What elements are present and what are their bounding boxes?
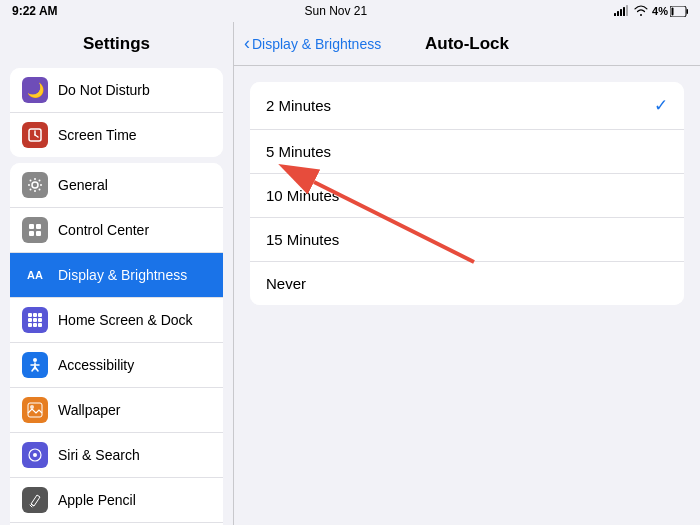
svg-rect-4 — [626, 5, 628, 16]
apple-pencil-label: Apple Pencil — [58, 492, 136, 508]
sidebar-item-accessibility[interactable]: Accessibility — [10, 343, 223, 388]
svg-point-19 — [39, 180, 41, 182]
svg-line-10 — [35, 135, 38, 137]
home-screen-label: Home Screen & Dock — [58, 312, 193, 328]
sidebar-group-2: General Control Center AA Display & Brig… — [10, 163, 223, 525]
option-15min[interactable]: 15 Minutes — [250, 218, 684, 262]
svg-point-15 — [40, 184, 42, 186]
option-10min[interactable]: 10 Minutes — [250, 174, 684, 218]
status-bar: 9:22 AM Sun Nov 21 4% — [0, 0, 700, 22]
option-15min-label: 15 Minutes — [266, 231, 339, 248]
siri-label: Siri & Search — [58, 447, 140, 463]
option-never-label: Never — [266, 275, 306, 292]
svg-rect-6 — [686, 9, 688, 14]
svg-point-33 — [33, 358, 37, 362]
back-chevron-icon: ‹ — [244, 33, 250, 54]
svg-rect-21 — [36, 224, 41, 229]
svg-rect-22 — [29, 231, 34, 236]
svg-point-14 — [28, 184, 30, 186]
sidebar-item-general[interactable]: General — [10, 163, 223, 208]
apple-pencil-icon — [22, 487, 48, 513]
detail-content: 2 Minutes ✓ 5 Minutes 10 Minutes 15 Minu… — [234, 66, 700, 525]
do-not-disturb-icon: 🌙 — [22, 77, 48, 103]
checkmark-2min: ✓ — [654, 95, 668, 116]
sidebar-item-apple-pencil[interactable]: Apple Pencil — [10, 478, 223, 523]
svg-rect-24 — [28, 313, 32, 317]
display-brightness-icon: AA — [22, 262, 48, 288]
control-center-label: Control Center — [58, 222, 149, 238]
wifi-icon — [634, 5, 648, 18]
do-not-disturb-label: Do Not Disturb — [58, 82, 150, 98]
svg-rect-26 — [38, 313, 42, 317]
status-date: Sun Nov 21 — [304, 4, 367, 18]
svg-point-13 — [34, 190, 36, 192]
svg-rect-25 — [33, 313, 37, 317]
svg-point-37 — [33, 453, 37, 457]
sidebar-item-wallpaper[interactable]: Wallpaper — [10, 388, 223, 433]
option-5min-label: 5 Minutes — [266, 143, 331, 160]
svg-rect-28 — [33, 318, 37, 322]
accessibility-icon — [22, 352, 48, 378]
sidebar-item-siri-search[interactable]: Siri & Search — [10, 433, 223, 478]
back-button[interactable]: ‹ Display & Brightness — [244, 33, 381, 54]
option-2min[interactable]: 2 Minutes ✓ — [250, 82, 684, 130]
sidebar-group-1: 🌙 Do Not Disturb Screen Time — [10, 68, 223, 157]
detail-header: ‹ Display & Brightness Auto-Lock — [234, 22, 700, 66]
svg-rect-20 — [29, 224, 34, 229]
accessibility-label: Accessibility — [58, 357, 134, 373]
svg-point-18 — [30, 189, 32, 191]
svg-rect-23 — [36, 231, 41, 236]
sidebar-item-home-screen[interactable]: Home Screen & Dock — [10, 298, 223, 343]
svg-rect-32 — [38, 323, 42, 327]
wallpaper-label: Wallpaper — [58, 402, 121, 418]
signal-icon — [614, 5, 630, 18]
detail-title: Auto-Lock — [425, 34, 509, 54]
option-10min-label: 10 Minutes — [266, 187, 339, 204]
detail-panel: ‹ Display & Brightness Auto-Lock 2 Minut… — [234, 22, 700, 525]
svg-line-38 — [30, 505, 32, 507]
general-icon — [22, 172, 48, 198]
svg-point-17 — [39, 189, 41, 191]
sidebar-item-display-brightness[interactable]: AA Display & Brightness — [10, 253, 223, 298]
auto-lock-options: 2 Minutes ✓ 5 Minutes 10 Minutes 15 Minu… — [250, 82, 684, 305]
battery-icon: 4% — [652, 5, 688, 17]
svg-rect-30 — [28, 323, 32, 327]
option-5min[interactable]: 5 Minutes — [250, 130, 684, 174]
svg-rect-1 — [617, 11, 619, 16]
siri-icon — [22, 442, 48, 468]
option-never[interactable]: Never — [250, 262, 684, 305]
svg-point-11 — [32, 182, 38, 188]
general-label: General — [58, 177, 108, 193]
svg-rect-29 — [38, 318, 42, 322]
wallpaper-icon — [22, 397, 48, 423]
sidebar: Settings 🌙 Do Not Disturb Screen Time — [0, 22, 234, 525]
svg-rect-34 — [28, 403, 42, 417]
svg-point-16 — [30, 180, 32, 182]
control-center-icon — [22, 217, 48, 243]
sidebar-item-screen-time[interactable]: Screen Time — [10, 113, 223, 157]
status-time: 9:22 AM — [12, 4, 58, 18]
sidebar-item-control-center[interactable]: Control Center — [10, 208, 223, 253]
status-indicators: 4% — [614, 5, 688, 18]
detail-wrapper: ‹ Display & Brightness Auto-Lock 2 Minut… — [234, 22, 700, 525]
sidebar-item-do-not-disturb[interactable]: 🌙 Do Not Disturb — [10, 68, 223, 113]
main-container: Settings 🌙 Do Not Disturb Screen Time — [0, 22, 700, 525]
home-screen-icon — [22, 307, 48, 333]
option-2min-label: 2 Minutes — [266, 97, 331, 114]
svg-point-12 — [34, 178, 36, 180]
sidebar-title: Settings — [0, 22, 233, 62]
svg-rect-27 — [28, 318, 32, 322]
svg-rect-7 — [671, 7, 673, 15]
svg-rect-3 — [623, 7, 625, 16]
svg-rect-2 — [620, 9, 622, 16]
back-label: Display & Brightness — [252, 36, 381, 52]
screen-time-icon — [22, 122, 48, 148]
screen-time-label: Screen Time — [58, 127, 137, 143]
svg-rect-31 — [33, 323, 37, 327]
display-brightness-label: Display & Brightness — [58, 267, 187, 283]
svg-rect-0 — [614, 13, 616, 16]
